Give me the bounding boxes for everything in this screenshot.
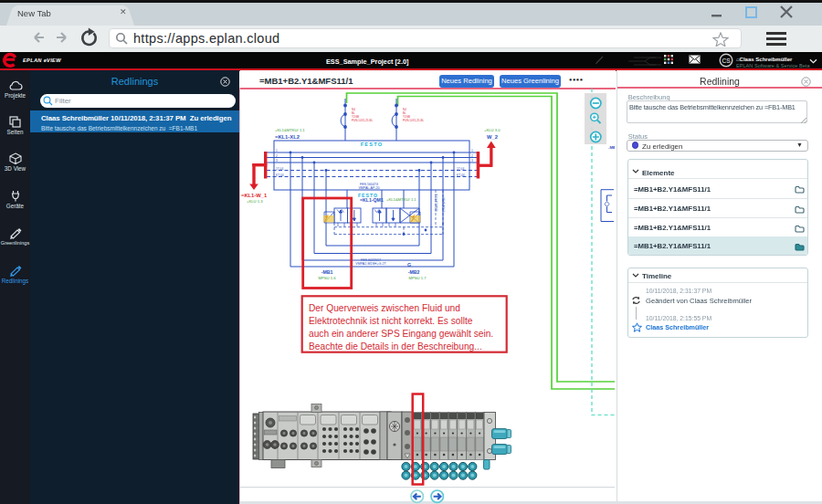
svg-text:-MB: -MB bbox=[608, 145, 615, 150]
svg-text:=KL1-QM1: =KL1-QM1 bbox=[360, 197, 384, 203]
svg-text:PUN-10X1,25-BL: PUN-10X1,25-BL bbox=[352, 119, 374, 122]
svg-text:W_2: W_2 bbox=[487, 134, 498, 140]
svg-text:2: 2 bbox=[276, 154, 278, 158]
svg-text:S10&S10P/2.8: S10&S10P/2.8 bbox=[435, 194, 438, 212]
svg-text:MPSU 1.6: MPSU 1.6 bbox=[318, 276, 336, 280]
svg-text:Der Querverweis zwischen Fluid: Der Querverweis zwischen Fluid und bbox=[309, 303, 460, 313]
svg-text:2: 2 bbox=[471, 154, 473, 158]
svg-text:KT-04: KT-04 bbox=[457, 173, 465, 177]
svg-text:+KL1&MTKU/ 1.1: +KL1&MTKU/ 1.1 bbox=[386, 197, 416, 202]
svg-text:KT-04: KT-04 bbox=[276, 173, 284, 177]
svg-text:1: 1 bbox=[276, 149, 278, 152]
svg-text:-MB1: -MB1 bbox=[321, 269, 333, 275]
svg-text:VMPA2-M1SH+G-2T: VMPA2-M1SH+G-2T bbox=[355, 262, 386, 266]
svg-text:1: 1 bbox=[471, 149, 473, 152]
svg-text:+KLU 1.3: +KLU 1.3 bbox=[247, 199, 263, 204]
svg-text:17-04: 17-04 bbox=[457, 167, 464, 171]
svg-text:=KL1-XL2: =KL1-XL2 bbox=[275, 134, 300, 140]
svg-text:auch ein anderer SPS Eingang g: auch ein anderer SPS Eingang gewählt sei… bbox=[309, 329, 493, 339]
svg-text:Elektrotechnik ist nicht korre: Elektrotechnik ist nicht korrekt. Es sol… bbox=[309, 316, 473, 326]
svg-text:3: 3 bbox=[276, 159, 278, 163]
svg-text:G: G bbox=[407, 262, 411, 268]
svg-text:VMPAL-AP-20: VMPAL-AP-20 bbox=[358, 186, 379, 190]
svg-text:+KL1&MTKU/ 1.1: +KL1&MTKU/ 1.1 bbox=[275, 128, 305, 132]
svg-text:FESTO: FESTO bbox=[361, 142, 384, 147]
svg-text:3: 3 bbox=[471, 159, 473, 163]
svg-text:17G4.10SB: 17G4.10SB bbox=[442, 197, 446, 212]
svg-text:-MB2: -MB2 bbox=[408, 269, 420, 275]
svg-text:+KLU 3.0: +KLU 3.0 bbox=[484, 128, 501, 132]
svg-text:CS: CS bbox=[722, 58, 731, 64]
svg-text:MPSU 1.7: MPSU 1.7 bbox=[408, 276, 427, 280]
svg-text:17-04: 17-04 bbox=[276, 167, 283, 171]
svg-text:=KL1-W_1: =KL1-W_1 bbox=[241, 193, 268, 198]
svg-text:PUN-10X1,25-BL: PUN-10X1,25-BL bbox=[403, 119, 425, 122]
svg-text:Beachte die Details in der Bes: Beachte die Details in der Beschreibung.… bbox=[309, 341, 482, 352]
